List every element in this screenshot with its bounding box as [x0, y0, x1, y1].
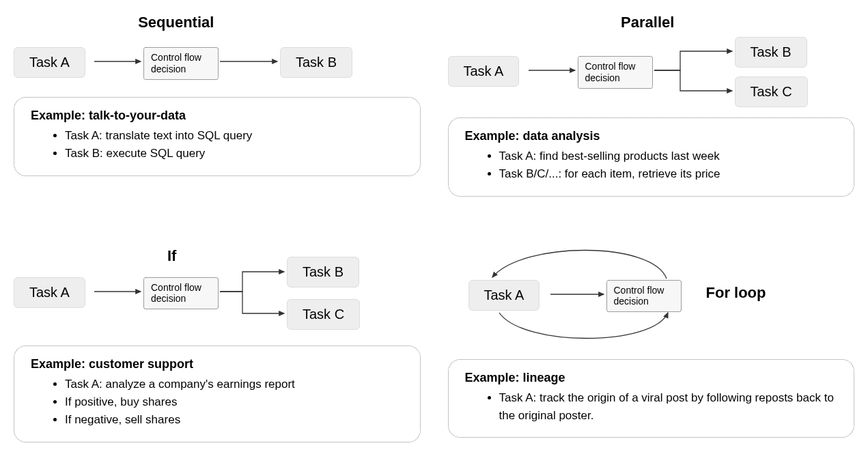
example-bullets: Task A: translate text into SQL query Ta… [31, 127, 404, 163]
arrow-icon [220, 272, 284, 292]
parallel-title: Parallel [441, 14, 855, 31]
sequential-diagram: Task A Control flowdecision Task B [14, 37, 421, 85]
control-flow-box: Control flowdecision [143, 47, 219, 80]
if-diagram: If Task A Control flowdecision Task B Ta… [14, 251, 421, 333]
example-heading: Example: talk-to-your-data [31, 109, 404, 123]
list-item: Task A: translate text into SQL query [65, 127, 404, 145]
list-item: Task A: analyze a company's earnings rep… [65, 376, 404, 393]
task-a-box: Task A [448, 56, 520, 87]
example-name: data analysis [523, 129, 600, 143]
example-name: lineage [523, 371, 565, 384]
task-c-box: Task C [735, 76, 808, 107]
arrow-icon [654, 70, 732, 91]
sequential-example: Example: talk-to-your-data Task A: trans… [14, 97, 421, 176]
example-bullets: Task A: analyze a company's earnings rep… [31, 376, 404, 429]
list-item: Task B/C/...: for each item, retrieve it… [499, 165, 838, 183]
arrow-icon [654, 51, 732, 70]
sequential-panel: Sequential Task A Control flowdecision T… [14, 14, 421, 197]
example-bullets: Task A: track the origin of a viral post… [465, 389, 838, 425]
loop-arrow-icon [499, 313, 668, 339]
list-item: Task B: execute SQL query [65, 145, 404, 163]
parallel-diagram: Task A Control flowdecision Task B Task … [448, 37, 855, 105]
list-item: Task A: track the origin of a viral post… [499, 389, 838, 425]
forloop-panel: Task A Control flowdecision For loop Exa… [448, 251, 855, 442]
parallel-panel: Parallel Task A Control flowdecision Tas… [448, 14, 855, 197]
example-heading: Example: data analysis [465, 129, 838, 143]
forloop-title: For loop [706, 284, 766, 302]
control-flow-box: Control flowdecision [143, 277, 219, 310]
control-flow-box: Control flowdecision [606, 280, 682, 313]
if-example: Example: customer support Task A: analyz… [14, 346, 421, 442]
example-prefix: Example: [465, 129, 523, 143]
list-item: If negative, sell shares [65, 411, 404, 429]
loop-arrow-icon [492, 250, 667, 279]
list-item: Task A: find best-selling products last … [499, 147, 838, 165]
example-heading: Example: lineage [465, 371, 838, 385]
forloop-example: Example: lineage Task A: track the origi… [448, 359, 855, 438]
task-b-box: Task B [287, 257, 359, 287]
example-name: talk-to-your-data [89, 109, 186, 122]
forloop-diagram: Task A Control flowdecision For loop [448, 251, 855, 340]
example-prefix: Example: [31, 357, 89, 371]
example-name: customer support [89, 357, 193, 371]
task-a-box: Task A [14, 47, 85, 78]
if-title: If [167, 247, 176, 265]
example-prefix: Example: [31, 109, 89, 122]
example-prefix: Example: [465, 371, 523, 384]
example-bullets: Task A: find best-selling products last … [465, 147, 838, 184]
list-item: If positive, buy shares [65, 393, 404, 411]
arrow-icon [220, 292, 284, 313]
control-flow-box: Control flowdecision [578, 56, 653, 89]
task-a-box: Task A [468, 280, 540, 311]
task-c-box: Task C [287, 299, 360, 330]
example-heading: Example: customer support [31, 357, 404, 371]
if-panel: If Task A Control flowdecision Task B Ta… [14, 251, 421, 442]
task-b-box: Task B [735, 37, 807, 68]
diagram-grid: Sequential Task A Control flowdecision T… [14, 14, 854, 442]
sequential-title: Sequential [0, 14, 421, 31]
task-a-box: Task A [14, 277, 85, 308]
parallel-example: Example: data analysis Task A: find best… [448, 117, 855, 197]
task-b-box: Task B [280, 47, 352, 78]
